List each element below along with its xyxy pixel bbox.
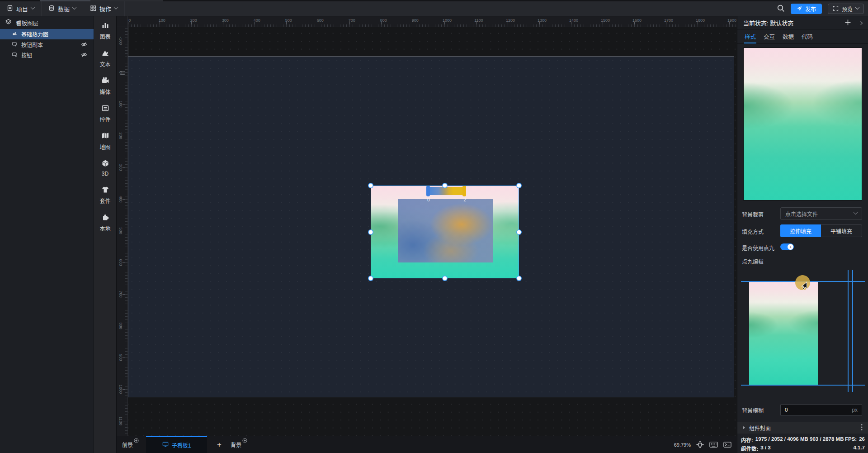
fill-tile-button[interactable]: 平铺填充 bbox=[821, 224, 862, 237]
component-toolbar: 图表 文本 媒体 控件 地图 3D 套件 本地 bbox=[94, 16, 117, 453]
titlebar-strip bbox=[0, 0, 868, 1]
tool-local[interactable]: 本地 bbox=[94, 213, 116, 232]
h-ruler-label: 400 bbox=[254, 18, 260, 23]
chevron-down-icon bbox=[31, 5, 35, 10]
eye-hidden-icon[interactable] bbox=[81, 52, 87, 59]
collapse-arrow-icon bbox=[743, 426, 745, 429]
keyboard-icon[interactable] bbox=[709, 441, 718, 448]
cursor-icon bbox=[801, 281, 807, 291]
h-ruler-label: 800 bbox=[380, 18, 387, 23]
fill-mode-segmented: 拉伸填充 平铺填充 bbox=[780, 224, 862, 237]
v-ruler-label: 500 bbox=[118, 227, 123, 234]
bg-blur-input[interactable]: 0 px bbox=[780, 404, 862, 416]
fit-screen-icon[interactable] bbox=[696, 441, 704, 448]
horizontal-ruler[interactable]: 0100200300400500600700800900100011001200… bbox=[128, 16, 737, 27]
layer-item-heatmap[interactable]: 基础热力图 bbox=[0, 29, 94, 39]
v-ruler-label: 300 bbox=[118, 164, 123, 171]
background-image-preview bbox=[743, 48, 862, 200]
vertical-ruler[interactable]: -100010020030040050060070080090010001100 bbox=[117, 27, 128, 436]
nine-patch-guide-bottom[interactable] bbox=[741, 385, 865, 386]
chart-icon bbox=[101, 21, 109, 31]
nine-patch-toggle-label: 是否使用点九 bbox=[742, 244, 774, 252]
canvas-viewport[interactable]: 0 2 bbox=[128, 27, 737, 436]
terminal-icon[interactable] bbox=[723, 441, 731, 448]
bg-blur-label: 背景模糊 bbox=[742, 406, 764, 414]
resize-handle-n[interactable] bbox=[443, 184, 447, 188]
chevron-down-icon bbox=[855, 5, 860, 10]
resize-handle-sw[interactable] bbox=[369, 277, 373, 281]
circle-plus-icon[interactable] bbox=[134, 438, 139, 444]
tool-map[interactable]: 地图 bbox=[94, 132, 116, 151]
fps-label: FPS: bbox=[845, 436, 857, 443]
menu-project[interactable]: 项目 bbox=[0, 1, 42, 16]
eye-hidden-icon[interactable] bbox=[81, 41, 87, 49]
tool-widgets[interactable]: 控件 bbox=[94, 104, 116, 123]
layer-item-button-copy[interactable]: 按钮副本 bbox=[0, 39, 94, 50]
more-vertical-icon[interactable] bbox=[861, 424, 863, 432]
tool-charts[interactable]: 图表 bbox=[94, 21, 116, 40]
tab-data[interactable]: 数据 bbox=[782, 30, 794, 43]
h-ruler-label: 1400 bbox=[569, 18, 578, 23]
component-cover-section[interactable]: 组件封面 bbox=[737, 422, 868, 434]
menu-label: 数据 bbox=[58, 5, 70, 13]
map-icon bbox=[101, 132, 109, 141]
resize-handle-w[interactable] bbox=[369, 230, 373, 234]
h-ruler-label: 1500 bbox=[601, 18, 610, 23]
resize-handle-se[interactable] bbox=[517, 277, 521, 281]
widget-icon bbox=[101, 104, 109, 114]
background-button[interactable]: 背景 bbox=[231, 441, 247, 448]
circle-plus-icon[interactable] bbox=[242, 438, 247, 444]
tool-media[interactable]: 媒体 bbox=[94, 76, 116, 95]
button-layer-icon bbox=[12, 52, 18, 59]
zoom-level[interactable]: 69.79% bbox=[674, 442, 691, 448]
nine-patch-preview[interactable] bbox=[749, 281, 818, 385]
publish-label: 发布 bbox=[805, 5, 816, 13]
add-state-icon[interactable] bbox=[844, 19, 851, 27]
chevron-right-icon[interactable] bbox=[859, 21, 863, 24]
v-ruler-label: 700 bbox=[118, 291, 123, 297]
database-icon bbox=[48, 5, 55, 13]
tool-kits[interactable]: 套件 bbox=[94, 186, 116, 205]
foreground-button[interactable]: 前景 bbox=[122, 441, 139, 448]
add-board-button[interactable]: + bbox=[217, 440, 222, 449]
tool-3d[interactable]: 3D bbox=[94, 159, 116, 177]
foreground-label: 前景 bbox=[122, 441, 133, 448]
tab-interaction[interactable]: 交互 bbox=[763, 30, 775, 43]
heatmap-component[interactable]: 0 2 bbox=[371, 186, 519, 278]
resize-handle-ne[interactable] bbox=[517, 184, 521, 188]
fps-value: 26 bbox=[859, 436, 865, 443]
tab-code[interactable]: 代码 bbox=[801, 30, 813, 43]
nine-patch-guide-left[interactable] bbox=[848, 270, 849, 392]
resize-handle-e[interactable] bbox=[517, 230, 521, 234]
search-icon[interactable] bbox=[777, 4, 785, 14]
publish-button[interactable]: 发布 bbox=[791, 4, 822, 14]
h-ruler-label: 300 bbox=[222, 18, 229, 23]
tool-text[interactable]: 文本 bbox=[94, 49, 116, 68]
layer-label: 按钮副本 bbox=[21, 41, 43, 48]
tool-label: 媒体 bbox=[99, 88, 110, 95]
background-label: 背景 bbox=[231, 441, 241, 448]
selection-outline bbox=[371, 186, 519, 278]
nine-patch-toggle[interactable]: 1 bbox=[780, 243, 794, 250]
fill-stretch-button[interactable]: 拉伸填充 bbox=[780, 224, 821, 237]
v-ruler-label: 200 bbox=[118, 132, 123, 139]
h-ruler-label: 1700 bbox=[664, 18, 673, 23]
bg-crop-select[interactable]: 点击选择文件 bbox=[780, 207, 862, 220]
resize-handle-nw[interactable] bbox=[369, 184, 373, 188]
layer-item-button[interactable]: 按钮 bbox=[0, 50, 94, 60]
menu-data[interactable]: 数据 bbox=[42, 1, 83, 16]
toggle-knob: 1 bbox=[788, 244, 793, 250]
preview-button[interactable]: 预览 bbox=[828, 4, 864, 14]
tab-style[interactable]: 样式 bbox=[744, 30, 756, 43]
layer-label: 按钮 bbox=[21, 51, 32, 59]
app-window: 项目 数据 操作 发布 预览 bbox=[0, 0, 868, 453]
layers-panel-header: 看板图层 bbox=[0, 16, 94, 29]
v-ruler-label: 1100 bbox=[118, 416, 123, 425]
tab-subboard-1[interactable]: 子看板1 bbox=[146, 436, 207, 453]
menu-actions[interactable]: 操作 bbox=[83, 1, 125, 16]
nine-patch-guide-right[interactable] bbox=[852, 270, 853, 392]
resize-handle-s[interactable] bbox=[443, 277, 447, 281]
memory-status: 内存: 1975 / 2052 / 4096 MB 903 / 2878 MB … bbox=[737, 436, 868, 443]
h-ruler-label: 100 bbox=[159, 18, 165, 23]
h-ruler-label: 1800 bbox=[696, 18, 705, 23]
